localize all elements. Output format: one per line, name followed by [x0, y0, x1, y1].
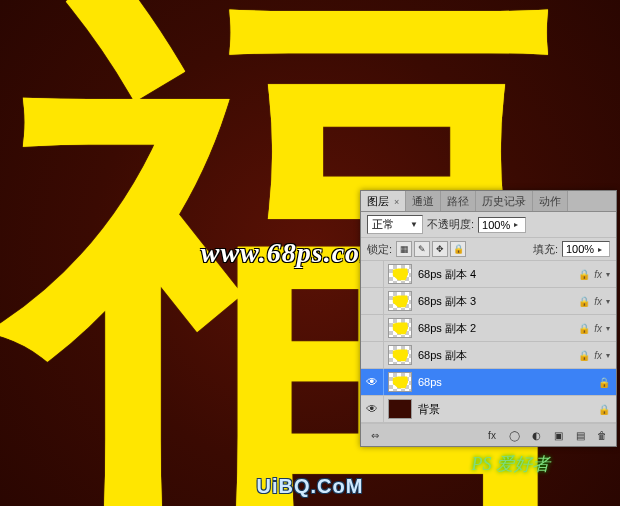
watermark-logo: PS 爱好者	[472, 452, 551, 476]
opacity-label: 不透明度:	[427, 217, 474, 232]
layer-list: 68ps 副本 4🔒fx▾68ps 副本 3🔒fx▾68ps 副本 2🔒fx▾6…	[361, 261, 616, 423]
layer-thumbnail[interactable]	[388, 345, 412, 365]
blend-mode-value: 正常	[372, 217, 394, 232]
chevron-right-icon: ▸	[514, 220, 518, 229]
layer-thumbnail[interactable]	[388, 372, 412, 392]
lock-fill-row: 锁定: ▦ ✎ ✥ 🔒 填充: 100% ▸	[361, 238, 616, 261]
tab-history[interactable]: 历史记录	[476, 191, 533, 211]
tab-layers[interactable]: 图层 ×	[361, 191, 406, 211]
lock-icon: 🔒	[578, 323, 590, 334]
lock-transparency-icon[interactable]: ▦	[396, 241, 412, 257]
tab-paths[interactable]: 路径	[441, 191, 476, 211]
layer-row[interactable]: 68ps 副本 3🔒fx▾	[361, 288, 616, 315]
layer-name[interactable]: 背景	[416, 402, 598, 417]
close-icon[interactable]: ×	[394, 197, 399, 207]
layer-status-icons: 🔒fx▾	[578, 350, 616, 361]
layer-status-icons: 🔒fx▾	[578, 323, 616, 334]
layer-row[interactable]: 68ps 副本🔒fx▾	[361, 342, 616, 369]
tab-channels[interactable]: 通道	[406, 191, 441, 211]
lock-icons: ▦ ✎ ✥ 🔒	[396, 241, 466, 257]
visibility-toggle[interactable]	[361, 315, 384, 341]
chevron-down-icon[interactable]: ▾	[606, 351, 610, 360]
layer-name[interactable]: 68ps 副本 4	[416, 267, 578, 282]
tab-actions[interactable]: 动作	[533, 191, 568, 211]
panel-tabs: 图层 × 通道 路径 历史记录 动作	[361, 191, 616, 212]
watermark-bottom: UiBQ.CoM	[257, 475, 364, 498]
fx-icon[interactable]: fx	[484, 427, 500, 443]
opacity-value: 100%	[482, 219, 510, 231]
chevron-down-icon[interactable]: ▾	[606, 297, 610, 306]
layer-row[interactable]: 68ps 副本 2🔒fx▾	[361, 315, 616, 342]
eye-icon: 👁	[366, 375, 378, 389]
fx-icon[interactable]: fx	[594, 269, 602, 280]
opacity-field[interactable]: 100% ▸	[478, 217, 526, 233]
visibility-toggle[interactable]: 👁	[361, 369, 384, 395]
visibility-toggle[interactable]	[361, 342, 384, 368]
link-layers-icon[interactable]: ⇔	[367, 427, 383, 443]
layers-panel: 图层 × 通道 路径 历史记录 动作 正常 ▼ 不透明度: 100% ▸ 锁定:…	[360, 190, 617, 447]
layer-name[interactable]: 68ps	[416, 376, 598, 388]
blend-mode-dropdown[interactable]: 正常 ▼	[367, 215, 423, 234]
lock-label: 锁定:	[367, 242, 392, 257]
lock-position-icon[interactable]: ✥	[432, 241, 448, 257]
layer-status-icons: 🔒fx▾	[578, 296, 616, 307]
lock-icon: 🔒	[578, 269, 590, 280]
layer-thumbnail[interactable]	[388, 318, 412, 338]
eye-icon: 👁	[366, 402, 378, 416]
layer-thumbnail[interactable]	[388, 264, 412, 284]
layer-status-icons: 🔒	[598, 377, 616, 388]
new-layer-icon[interactable]: ▤	[572, 427, 588, 443]
lock-all-icon[interactable]: 🔒	[450, 241, 466, 257]
trash-icon[interactable]: 🗑	[594, 427, 610, 443]
adjustment-icon[interactable]: ◐	[528, 427, 544, 443]
chevron-down-icon[interactable]: ▾	[606, 270, 610, 279]
layer-name[interactable]: 68ps 副本 2	[416, 321, 578, 336]
blend-opacity-row: 正常 ▼ 不透明度: 100% ▸	[361, 212, 616, 238]
layer-name[interactable]: 68ps 副本	[416, 348, 578, 363]
fill-field[interactable]: 100% ▸	[562, 241, 610, 257]
fx-icon[interactable]: fx	[594, 323, 602, 334]
layer-row[interactable]: 68ps 副本 4🔒fx▾	[361, 261, 616, 288]
layer-status-icons: 🔒fx▾	[578, 269, 616, 280]
tab-layers-label: 图层	[367, 195, 389, 207]
lock-icon: 🔒	[598, 377, 610, 388]
layer-row[interactable]: 👁68ps🔒	[361, 369, 616, 396]
fill-value: 100%	[566, 243, 594, 255]
lock-icon: 🔒	[598, 404, 610, 415]
layer-row[interactable]: 👁背景🔒	[361, 396, 616, 423]
layer-name[interactable]: 68ps 副本 3	[416, 294, 578, 309]
visibility-toggle[interactable]	[361, 261, 384, 287]
chevron-down-icon[interactable]: ▾	[606, 324, 610, 333]
chevron-down-icon: ▼	[410, 220, 418, 229]
fx-icon[interactable]: fx	[594, 350, 602, 361]
lock-pixels-icon[interactable]: ✎	[414, 241, 430, 257]
fill-label: 填充:	[533, 242, 558, 257]
layer-status-icons: 🔒	[598, 404, 616, 415]
watermark-center: www.68ps.com	[201, 237, 383, 269]
chevron-right-icon: ▸	[598, 245, 602, 254]
visibility-toggle[interactable]	[361, 288, 384, 314]
mask-icon[interactable]: ◯	[506, 427, 522, 443]
lock-icon: 🔒	[578, 296, 590, 307]
fx-icon[interactable]: fx	[594, 296, 602, 307]
lock-icon: 🔒	[578, 350, 590, 361]
group-icon[interactable]: ▣	[550, 427, 566, 443]
visibility-toggle[interactable]: 👁	[361, 396, 384, 422]
layer-thumbnail[interactable]	[388, 399, 412, 419]
layer-thumbnail[interactable]	[388, 291, 412, 311]
panel-footer: ⇔ fx ◯ ◐ ▣ ▤ 🗑	[361, 423, 616, 446]
